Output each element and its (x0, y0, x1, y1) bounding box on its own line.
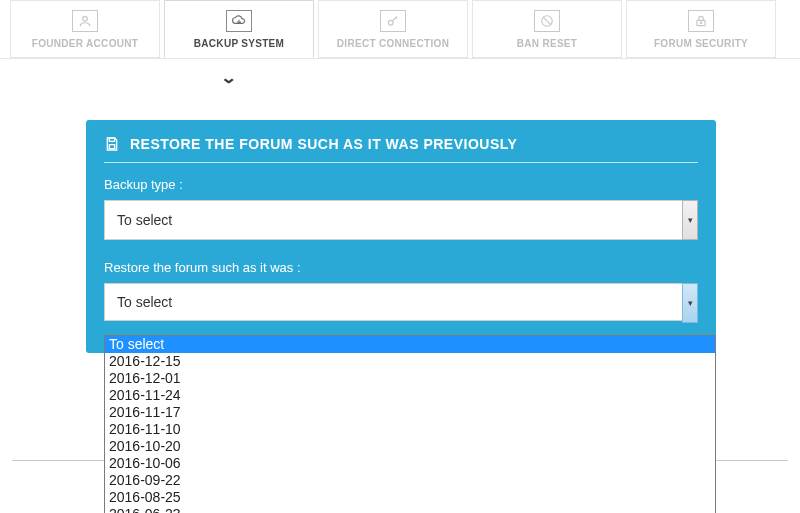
tab-forum-security[interactable]: FORUM SECURITY (626, 0, 776, 58)
save-icon (104, 136, 120, 152)
tab-direct-connection[interactable]: DIRECT CONNECTION (318, 0, 468, 58)
user-icon (72, 10, 98, 32)
tab-label: DIRECT CONNECTION (337, 38, 449, 49)
restore-as-select[interactable]: To select ▾ (104, 283, 698, 323)
dropdown-arrow-icon[interactable]: ▾ (682, 283, 698, 323)
svg-rect-5 (109, 138, 114, 141)
tab-label: BACKUP SYSTEM (194, 38, 284, 49)
dropdown-option[interactable]: 2016-11-17 (105, 404, 715, 421)
backup-type-select[interactable]: To select ▾ (104, 200, 698, 240)
chevron-down-icon: ⌄ (220, 68, 237, 87)
tab-label: FOUNDER ACCOUNT (32, 38, 138, 49)
svg-point-1 (388, 20, 393, 25)
backup-type-value: To select (104, 200, 698, 240)
dropdown-option[interactable]: 2016-08-25 (105, 489, 715, 506)
svg-rect-6 (109, 145, 114, 149)
restore-as-dropdown[interactable]: To select2016-12-152016-12-012016-11-242… (104, 335, 716, 513)
tab-label: FORUM SECURITY (654, 38, 748, 49)
dropdown-option[interactable]: 2016-12-01 (105, 370, 715, 387)
dropdown-arrow-icon[interactable]: ▾ (682, 200, 698, 240)
tab-founder-account[interactable]: FOUNDER ACCOUNT (10, 0, 160, 58)
dropdown-option[interactable]: 2016-12-15 (105, 353, 715, 370)
cloud-download-icon (226, 10, 252, 32)
dropdown-option[interactable]: 2016-11-24 (105, 387, 715, 404)
ban-icon (534, 10, 560, 32)
panel-header: RESTORE THE FORUM SUCH AS IT WAS PREVIOU… (104, 136, 698, 163)
dropdown-option[interactable]: 2016-06-23 (105, 506, 715, 513)
svg-point-4 (700, 22, 701, 23)
restore-as-label: Restore the forum such as it was : (104, 260, 698, 275)
tab-label: BAN RESET (517, 38, 577, 49)
restore-panel: RESTORE THE FORUM SUCH AS IT WAS PREVIOU… (86, 120, 716, 353)
dropdown-option[interactable]: 2016-09-22 (105, 472, 715, 489)
tab-ban-reset[interactable]: BAN RESET (472, 0, 622, 58)
svg-point-0 (83, 16, 88, 21)
dropdown-option[interactable]: To select (105, 336, 715, 353)
restore-as-value: To select (104, 283, 698, 321)
dropdown-option[interactable]: 2016-11-10 (105, 421, 715, 438)
key-icon (380, 10, 406, 32)
dropdown-option[interactable]: 2016-10-06 (105, 455, 715, 472)
tab-backup-system[interactable]: BACKUP SYSTEM (164, 0, 314, 58)
panel-title: RESTORE THE FORUM SUCH AS IT WAS PREVIOU… (130, 136, 517, 152)
tabs-bar: FOUNDER ACCOUNT BACKUP SYSTEM DIRECT CON… (0, 0, 800, 59)
lock-icon (688, 10, 714, 32)
dropdown-option[interactable]: 2016-10-20 (105, 438, 715, 455)
backup-type-label: Backup type : (104, 177, 698, 192)
